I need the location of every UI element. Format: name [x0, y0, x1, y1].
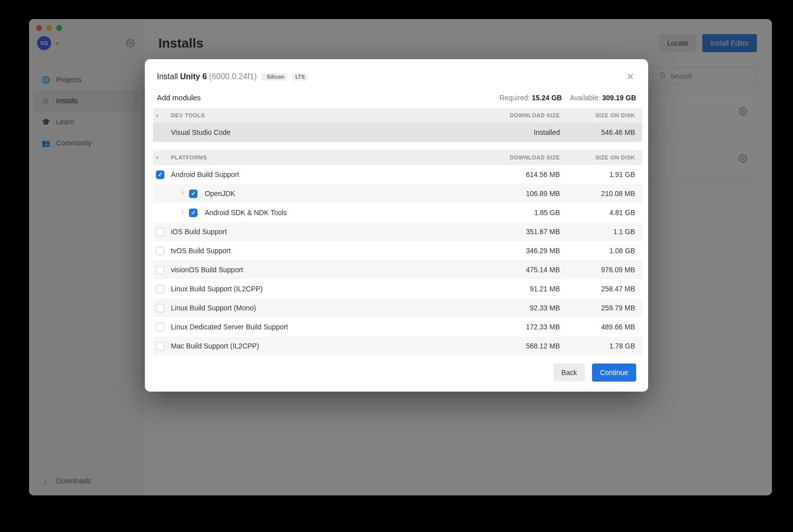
- column-disk: SIZE ON DISK: [560, 154, 635, 160]
- collapse-caret-icon[interactable]: ▾: [156, 113, 171, 118]
- release-tag: LTS: [292, 73, 308, 81]
- module-name: tvOS Build Support: [171, 247, 485, 255]
- module-disk-size: 1.1 GB: [560, 228, 635, 236]
- section-header: ▾DEV TOOLSDOWNLOAD SIZESIZE ON DISK: [153, 108, 642, 123]
- module-download-size: 475.14 MB: [485, 266, 560, 274]
- module-disk-size: 4.81 GB: [560, 209, 635, 217]
- module-disk-size: 546.46 MB: [560, 128, 635, 136]
- module-disk-size: 210.08 MB: [560, 190, 635, 198]
- module-disk-size: 258.47 MB: [560, 285, 635, 293]
- module-disk-size: 489.66 MB: [560, 323, 635, 331]
- module-row[interactable]: visionOS Build Support475.14 MB976.09 MB: [153, 260, 642, 279]
- platform-tag: Silicon: [262, 73, 287, 81]
- module-row[interactable]: Visual Studio CodeInstalled546.46 MB: [153, 123, 642, 142]
- section-name: DEV TOOLS: [171, 112, 485, 118]
- module-name: Visual Studio Code: [171, 128, 485, 136]
- module-disk-size: 259.79 MB: [560, 304, 635, 312]
- module-name: Android Build Support: [171, 170, 485, 179]
- section-header: ▾PLATFORMSDOWNLOAD SIZESIZE ON DISK: [153, 150, 642, 165]
- module-disk-size: 1.91 GB: [560, 170, 635, 179]
- module-name: Linux Build Support (IL2CPP): [171, 285, 485, 293]
- column-disk: SIZE ON DISK: [560, 112, 635, 118]
- module-row[interactable]: Mac Build Support (IL2CPP)568.12 MB1.78 …: [153, 336, 642, 356]
- module-row[interactable]: └OpenJDK106.89 MB210.08 MB: [153, 184, 642, 203]
- collapse-caret-icon[interactable]: ▾: [156, 155, 171, 160]
- module-name: Linux Build Support (Mono): [171, 304, 485, 312]
- module-download-size: 346.29 MB: [485, 247, 560, 255]
- module-checkbox: [156, 128, 164, 137]
- install-modules-modal: Install Unity 6 (6000.0.24f1) Silicon LT…: [145, 59, 648, 392]
- module-row[interactable]: iOS Build Support351.67 MB1.1 GB: [153, 222, 642, 241]
- module-name: └OpenJDK: [171, 190, 485, 198]
- module-row[interactable]: └Android SDK & NDK Tools1.85 GB4.81 GB: [153, 203, 642, 222]
- module-checkbox[interactable]: [189, 190, 197, 198]
- back-button[interactable]: Back: [553, 364, 585, 382]
- module-download-size: 614.56 MB: [485, 170, 560, 179]
- module-checkbox[interactable]: [156, 285, 164, 293]
- module-download-size: 91.21 MB: [485, 285, 560, 293]
- column-download: DOWNLOAD SIZE: [485, 154, 560, 160]
- module-row[interactable]: Linux Build Support (Mono)92.33 MB259.79…: [153, 298, 642, 317]
- close-icon[interactable]: ✕: [625, 69, 636, 84]
- module-checkbox[interactable]: [156, 247, 164, 255]
- tree-indent: [156, 190, 164, 198]
- module-download-size: 568.12 MB: [485, 342, 560, 350]
- continue-button[interactable]: Continue: [592, 364, 636, 382]
- module-name: Linux Dedicated Server Build Support: [171, 323, 485, 331]
- module-name: iOS Build Support: [171, 228, 485, 236]
- modal-subtitle: Add modules: [157, 93, 201, 102]
- module-name: Mac Build Support (IL2CPP): [171, 342, 485, 350]
- module-disk-size: 976.09 MB: [560, 266, 635, 274]
- tree-branch-icon: └: [180, 190, 184, 198]
- module-download-size: 106.89 MB: [485, 190, 560, 198]
- module-download-size: 1.85 GB: [485, 209, 560, 217]
- tree-indent: [156, 209, 164, 217]
- tree-branch-icon: └: [180, 209, 184, 217]
- module-download-size: Installed: [485, 128, 560, 136]
- section-name: PLATFORMS: [171, 154, 485, 160]
- module-checkbox[interactable]: [156, 304, 164, 312]
- module-checkbox[interactable]: [156, 228, 164, 236]
- module-name: visionOS Build Support: [171, 266, 485, 274]
- module-checkbox[interactable]: [156, 266, 164, 274]
- module-download-size: 172.33 MB: [485, 323, 560, 331]
- column-download: DOWNLOAD SIZE: [485, 112, 560, 118]
- module-checkbox[interactable]: [156, 170, 164, 179]
- module-download-size: 351.67 MB: [485, 228, 560, 236]
- module-download-size: 92.33 MB: [485, 304, 560, 312]
- module-disk-size: 1.78 GB: [560, 342, 635, 350]
- module-checkbox[interactable]: [189, 209, 197, 217]
- module-checkbox[interactable]: [156, 342, 164, 350]
- module-disk-size: 1.08 GB: [560, 247, 635, 255]
- module-row[interactable]: Android Build Support614.56 MB1.91 GB: [153, 165, 642, 184]
- module-checkbox[interactable]: [156, 323, 164, 331]
- module-row[interactable]: Linux Dedicated Server Build Support172.…: [153, 317, 642, 336]
- module-row[interactable]: Linux Build Support (IL2CPP)91.21 MB258.…: [153, 279, 642, 298]
- modal-title: Install Unity 6 (6000.0.24f1): [157, 72, 257, 81]
- required-size: Required: 15.24 GB: [499, 94, 562, 102]
- module-row[interactable]: tvOS Build Support346.29 MB1.08 GB: [153, 241, 642, 260]
- module-name: └Android SDK & NDK Tools: [171, 209, 485, 217]
- available-size: Available: 309.19 GB: [570, 94, 636, 102]
